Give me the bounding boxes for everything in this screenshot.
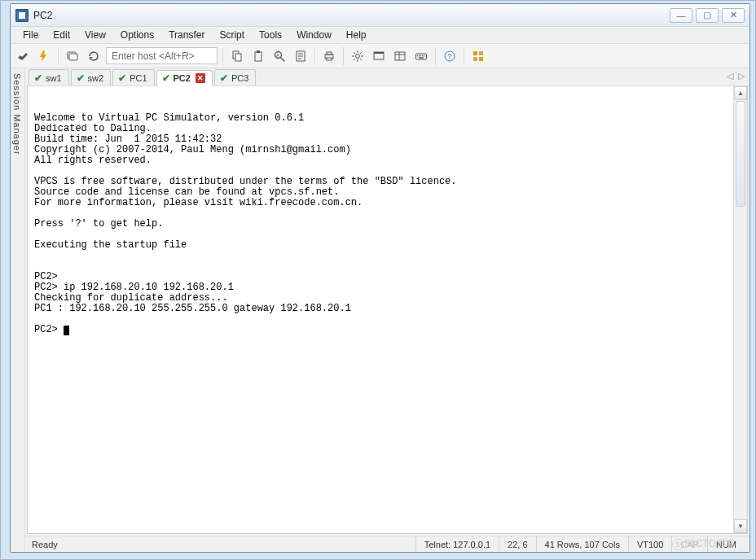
session-manager-label: Session Manager [12, 73, 22, 155]
reconnect-icon[interactable] [85, 47, 103, 65]
svg-text:?: ? [448, 52, 452, 60]
tab-scroll-left-icon[interactable]: ◁ [727, 71, 733, 81]
session-tab-label: sw2 [88, 73, 104, 83]
status-term-type: VT100 [628, 536, 671, 552]
terminal-pane: Welcome to Virtual PC Simulator, version… [27, 86, 748, 534]
help-icon[interactable]: ? [441, 47, 459, 65]
status-num: NUM [707, 536, 745, 552]
svg-rect-42 [479, 57, 483, 61]
keyboard-icon[interactable] [412, 47, 430, 65]
connected-check-icon: ✔ [220, 72, 228, 84]
sessions-icon[interactable] [64, 47, 81, 65]
session-tab-pc1[interactable]: ✔ PC1 [112, 69, 154, 85]
settings-icon[interactable] [349, 47, 367, 65]
session-tabstrip: ✔ sw1 ✔ sw2 ✔ PC1 ✔ PC2 ✕ [25, 68, 749, 86]
find-icon[interactable]: A [270, 47, 288, 65]
svg-rect-35 [424, 55, 424, 56]
status-window-size: 41 Rows, 107 Cols [536, 536, 628, 552]
session-manager-sidebar[interactable]: Session Manager [11, 68, 25, 552]
vertical-scrollbar[interactable]: ▲ ▼ [733, 86, 747, 533]
paste-icon[interactable] [249, 47, 267, 65]
terminal-output[interactable]: Welcome to Virtual PC Simulator, version… [28, 96, 733, 523]
copy-icon[interactable] [228, 47, 246, 65]
menu-view[interactable]: View [77, 27, 113, 43]
scroll-up-icon[interactable]: ▲ [734, 86, 747, 100]
menu-file[interactable]: File [15, 27, 46, 43]
minimize-button[interactable]: — [670, 8, 692, 23]
desktop-background: PC2 — ▢ ✕ File Edit View Options Transfe… [0, 0, 756, 560]
svg-rect-4 [255, 52, 262, 61]
quick-connect-icon[interactable] [35, 47, 53, 65]
menu-help[interactable]: Help [339, 27, 374, 43]
svg-rect-34 [422, 55, 423, 56]
menu-edit[interactable]: Edit [46, 27, 77, 43]
connected-check-icon: ✔ [77, 72, 85, 84]
content-column: ✔ sw1 ✔ sw2 ✔ PC1 ✔ PC2 ✕ [25, 68, 749, 552]
connected-check-icon: ✔ [162, 72, 170, 84]
maximize-button[interactable]: ▢ [696, 8, 719, 23]
svg-line-7 [281, 58, 284, 61]
scroll-thumb[interactable] [736, 101, 745, 207]
toolbar-separator [435, 47, 436, 65]
menu-script[interactable]: Script [212, 27, 252, 43]
session-tab-label: PC2 [174, 73, 191, 83]
quick-connect-host-input[interactable]: Enter host <Alt+R> [106, 47, 218, 64]
menu-window[interactable]: Window [289, 27, 339, 43]
svg-rect-5 [257, 50, 260, 53]
titlebar[interactable]: PC2 — ▢ ✕ [11, 4, 749, 27]
svg-rect-30 [416, 54, 427, 59]
svg-text:A: A [276, 53, 279, 58]
svg-rect-32 [419, 55, 420, 56]
svg-line-21 [354, 52, 355, 54]
svg-rect-40 [479, 51, 483, 55]
terminal-cursor [64, 326, 69, 335]
svg-rect-39 [473, 51, 477, 55]
session-tab-sw1[interactable]: ✔ sw1 [29, 69, 69, 85]
session-tab-pc2[interactable]: ✔ PC2 ✕ [156, 70, 213, 86]
menu-tools[interactable]: Tools [252, 27, 289, 43]
app-icon [15, 9, 29, 22]
window-controls: — ▢ ✕ [666, 7, 748, 24]
connected-check-icon: ✔ [118, 72, 126, 84]
close-button[interactable]: ✕ [722, 8, 745, 23]
app-window: PC2 — ▢ ✕ File Edit View Options Transfe… [10, 3, 750, 553]
session-tab-pc3[interactable]: ✔ PC3 [214, 69, 256, 85]
session-view-icon[interactable] [370, 47, 388, 65]
toolbar-separator [314, 47, 315, 65]
svg-point-16 [356, 54, 360, 58]
connect-icon[interactable] [14, 47, 32, 65]
toolbar-separator [464, 47, 464, 65]
scroll-down-icon[interactable]: ▼ [734, 519, 747, 533]
toolbar-separator [58, 47, 59, 65]
svg-rect-14 [327, 52, 332, 55]
window-title: PC2 [33, 10, 52, 21]
svg-rect-36 [419, 57, 424, 58]
toolbar: Enter host <Alt+R> A ? [11, 44, 749, 68]
session-tab-label: sw1 [46, 73, 62, 83]
svg-rect-26 [374, 52, 384, 54]
svg-rect-27 [395, 52, 405, 60]
session-tab-sw2[interactable]: ✔ sw2 [71, 69, 112, 85]
svg-rect-3 [235, 54, 241, 61]
menu-options[interactable]: Options [113, 27, 161, 43]
status-cursor-pos: 22, 6 [499, 536, 535, 552]
svg-line-23 [354, 59, 355, 60]
svg-line-22 [360, 59, 362, 60]
status-ready: Ready [30, 536, 66, 552]
connected-check-icon: ✔ [34, 72, 42, 84]
toolbar-separator [343, 47, 344, 65]
print-icon[interactable] [320, 47, 338, 65]
svg-rect-1 [69, 54, 77, 60]
menu-transfer[interactable]: Transfer [161, 27, 212, 43]
toolbar-separator [222, 47, 223, 65]
svg-rect-31 [417, 55, 418, 56]
status-protocol: Telnet: 127.0.0.1 [415, 536, 499, 552]
hex-view-icon[interactable] [391, 47, 409, 65]
svg-rect-41 [473, 57, 477, 61]
session-tab-label: PC3 [231, 73, 248, 83]
tile-icon[interactable] [469, 47, 487, 65]
svg-line-24 [360, 52, 362, 54]
history-icon[interactable] [292, 47, 310, 65]
tab-close-icon[interactable]: ✕ [196, 73, 205, 83]
tab-scroll-right-icon[interactable]: ▷ [738, 71, 745, 81]
